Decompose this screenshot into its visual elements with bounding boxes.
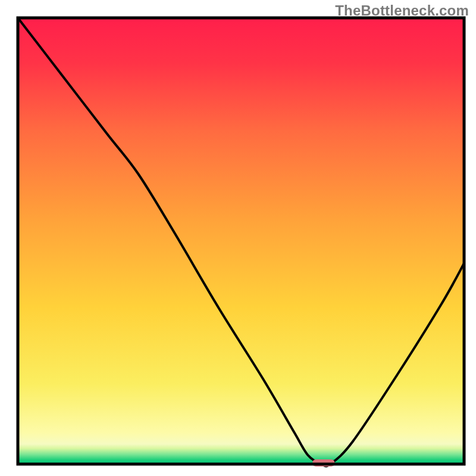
bottleneck-plot [0, 0, 476, 476]
chart-frame: TheBottleneck.com [0, 0, 476, 476]
watermark-text: TheBottleneck.com [335, 2, 469, 19]
plot-background-gradient [18, 18, 464, 464]
